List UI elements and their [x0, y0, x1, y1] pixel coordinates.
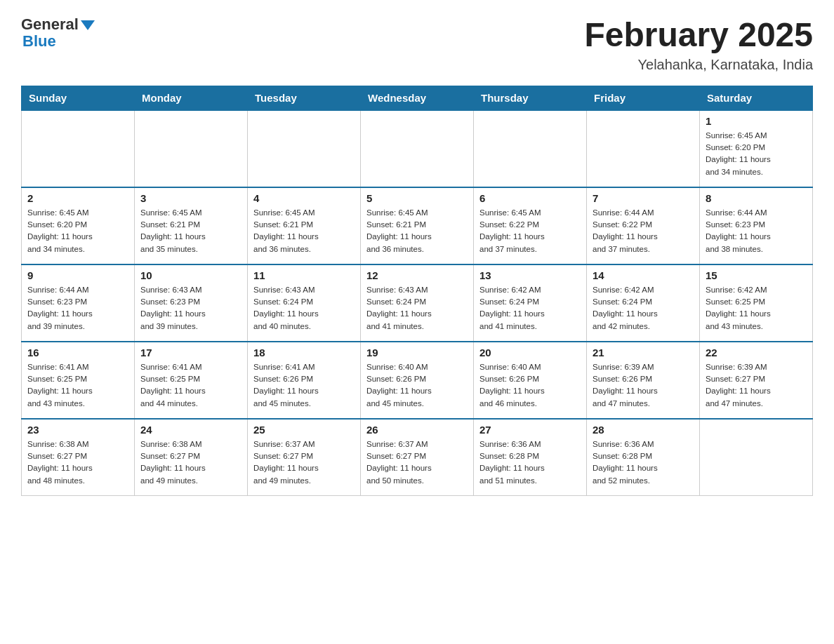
calendar-cell: 23Sunrise: 6:38 AM Sunset: 6:27 PM Dayli…	[22, 419, 135, 496]
calendar-header: SundayMondayTuesdayWednesdayThursdayFrid…	[22, 86, 813, 110]
calendar-cell: 9Sunrise: 6:44 AM Sunset: 6:23 PM Daylig…	[22, 264, 135, 342]
day-info: Sunrise: 6:41 AM Sunset: 6:25 PM Dayligh…	[27, 361, 128, 410]
day-number: 6	[479, 192, 581, 204]
calendar-cell: 2Sunrise: 6:45 AM Sunset: 6:20 PM Daylig…	[22, 187, 135, 264]
calendar-cell: 20Sunrise: 6:40 AM Sunset: 6:26 PM Dayli…	[474, 342, 587, 419]
logo: General Blue	[21, 17, 95, 51]
day-number: 5	[366, 192, 468, 204]
calendar-week-row: 23Sunrise: 6:38 AM Sunset: 6:27 PM Dayli…	[22, 419, 813, 496]
day-number: 17	[140, 347, 241, 358]
day-number: 3	[140, 192, 241, 204]
page-header: General Blue February 2025 Yelahanka, Ka…	[21, 17, 813, 73]
day-info: Sunrise: 6:45 AM Sunset: 6:21 PM Dayligh…	[253, 207, 355, 255]
day-number: 11	[253, 269, 355, 281]
calendar-cell: 16Sunrise: 6:41 AM Sunset: 6:25 PM Dayli…	[22, 342, 135, 419]
day-number: 27	[479, 424, 581, 436]
day-number: 19	[366, 347, 468, 358]
calendar-cell: 7Sunrise: 6:44 AM Sunset: 6:22 PM Daylig…	[587, 187, 700, 264]
day-number: 4	[253, 192, 355, 204]
day-number: 20	[479, 347, 581, 358]
day-info: Sunrise: 6:38 AM Sunset: 6:27 PM Dayligh…	[140, 438, 241, 487]
calendar-cell: 13Sunrise: 6:42 AM Sunset: 6:24 PM Dayli…	[474, 264, 587, 342]
day-number: 28	[593, 424, 694, 436]
calendar-body: 1Sunrise: 6:45 AM Sunset: 6:20 PM Daylig…	[22, 110, 813, 496]
logo-arrow-icon	[81, 20, 95, 30]
day-number: 12	[366, 269, 468, 281]
calendar-cell	[135, 110, 248, 187]
weekday-header-thursday: Thursday	[474, 86, 587, 110]
day-info: Sunrise: 6:45 AM Sunset: 6:21 PM Dayligh…	[366, 207, 468, 255]
day-number: 7	[593, 192, 694, 204]
calendar-cell	[700, 419, 813, 496]
calendar-subtitle: Yelahanka, Karnataka, India	[584, 57, 813, 73]
calendar-cell: 4Sunrise: 6:45 AM Sunset: 6:21 PM Daylig…	[248, 187, 361, 264]
day-number: 8	[706, 192, 807, 204]
calendar-title: February 2025	[584, 17, 813, 54]
calendar-cell: 25Sunrise: 6:37 AM Sunset: 6:27 PM Dayli…	[248, 419, 361, 496]
day-info: Sunrise: 6:37 AM Sunset: 6:27 PM Dayligh…	[366, 438, 468, 487]
calendar-cell: 1Sunrise: 6:45 AM Sunset: 6:20 PM Daylig…	[700, 110, 813, 187]
weekday-header-tuesday: Tuesday	[248, 86, 361, 110]
calendar-week-row: 1Sunrise: 6:45 AM Sunset: 6:20 PM Daylig…	[22, 110, 813, 187]
logo-general: General	[21, 17, 79, 32]
calendar-cell: 18Sunrise: 6:41 AM Sunset: 6:26 PM Dayli…	[248, 342, 361, 419]
calendar-cell	[587, 110, 700, 187]
calendar-cell: 26Sunrise: 6:37 AM Sunset: 6:27 PM Dayli…	[361, 419, 474, 496]
day-number: 21	[593, 347, 694, 358]
day-number: 23	[27, 424, 128, 436]
day-number: 24	[140, 424, 241, 436]
day-number: 22	[706, 347, 807, 358]
day-info: Sunrise: 6:36 AM Sunset: 6:28 PM Dayligh…	[479, 438, 581, 487]
weekday-header-sunday: Sunday	[22, 86, 135, 110]
day-info: Sunrise: 6:38 AM Sunset: 6:27 PM Dayligh…	[27, 438, 128, 487]
calendar-cell: 15Sunrise: 6:42 AM Sunset: 6:25 PM Dayli…	[700, 264, 813, 342]
calendar-cell: 19Sunrise: 6:40 AM Sunset: 6:26 PM Dayli…	[361, 342, 474, 419]
day-info: Sunrise: 6:43 AM Sunset: 6:24 PM Dayligh…	[366, 284, 468, 333]
day-info: Sunrise: 6:40 AM Sunset: 6:26 PM Dayligh…	[479, 361, 581, 410]
calendar-cell: 6Sunrise: 6:45 AM Sunset: 6:22 PM Daylig…	[474, 187, 587, 264]
day-number: 26	[366, 424, 468, 436]
calendar-cell: 24Sunrise: 6:38 AM Sunset: 6:27 PM Dayli…	[135, 419, 248, 496]
calendar-cell: 21Sunrise: 6:39 AM Sunset: 6:26 PM Dayli…	[587, 342, 700, 419]
day-info: Sunrise: 6:41 AM Sunset: 6:26 PM Dayligh…	[253, 361, 355, 410]
calendar-cell: 17Sunrise: 6:41 AM Sunset: 6:25 PM Dayli…	[135, 342, 248, 419]
logo-blue: Blue	[22, 32, 56, 51]
day-info: Sunrise: 6:41 AM Sunset: 6:25 PM Dayligh…	[140, 361, 241, 410]
calendar-cell: 27Sunrise: 6:36 AM Sunset: 6:28 PM Dayli…	[474, 419, 587, 496]
day-number: 1	[706, 115, 807, 127]
calendar-cell	[22, 110, 135, 187]
title-block: February 2025 Yelahanka, Karnataka, Indi…	[584, 17, 813, 73]
day-number: 16	[27, 347, 128, 358]
day-info: Sunrise: 6:42 AM Sunset: 6:24 PM Dayligh…	[593, 284, 694, 333]
calendar-cell: 5Sunrise: 6:45 AM Sunset: 6:21 PM Daylig…	[361, 187, 474, 264]
day-number: 14	[593, 269, 694, 281]
day-number: 13	[479, 269, 581, 281]
day-info: Sunrise: 6:39 AM Sunset: 6:27 PM Dayligh…	[706, 361, 807, 410]
day-number: 15	[706, 269, 807, 281]
calendar-cell	[474, 110, 587, 187]
calendar-cell: 10Sunrise: 6:43 AM Sunset: 6:23 PM Dayli…	[135, 264, 248, 342]
day-info: Sunrise: 6:42 AM Sunset: 6:24 PM Dayligh…	[479, 284, 581, 333]
weekday-header-wednesday: Wednesday	[361, 86, 474, 110]
calendar-cell: 22Sunrise: 6:39 AM Sunset: 6:27 PM Dayli…	[700, 342, 813, 419]
calendar-week-row: 2Sunrise: 6:45 AM Sunset: 6:20 PM Daylig…	[22, 187, 813, 264]
day-number: 2	[27, 192, 128, 204]
calendar-cell: 8Sunrise: 6:44 AM Sunset: 6:23 PM Daylig…	[700, 187, 813, 264]
day-info: Sunrise: 6:40 AM Sunset: 6:26 PM Dayligh…	[366, 361, 468, 410]
weekday-header-row: SundayMondayTuesdayWednesdayThursdayFrid…	[22, 86, 813, 110]
day-number: 10	[140, 269, 241, 281]
day-info: Sunrise: 6:42 AM Sunset: 6:25 PM Dayligh…	[706, 284, 807, 333]
calendar-cell: 3Sunrise: 6:45 AM Sunset: 6:21 PM Daylig…	[135, 187, 248, 264]
calendar-cell: 11Sunrise: 6:43 AM Sunset: 6:24 PM Dayli…	[248, 264, 361, 342]
day-number: 18	[253, 347, 355, 358]
day-info: Sunrise: 6:39 AM Sunset: 6:26 PM Dayligh…	[593, 361, 694, 410]
weekday-header-monday: Monday	[135, 86, 248, 110]
calendar-table: SundayMondayTuesdayWednesdayThursdayFrid…	[21, 86, 813, 497]
weekday-header-saturday: Saturday	[700, 86, 813, 110]
day-info: Sunrise: 6:44 AM Sunset: 6:23 PM Dayligh…	[27, 284, 128, 333]
day-info: Sunrise: 6:45 AM Sunset: 6:21 PM Dayligh…	[140, 207, 241, 255]
day-number: 25	[253, 424, 355, 436]
day-info: Sunrise: 6:45 AM Sunset: 6:20 PM Dayligh…	[706, 130, 807, 178]
day-info: Sunrise: 6:43 AM Sunset: 6:23 PM Dayligh…	[140, 284, 241, 333]
weekday-header-friday: Friday	[587, 86, 700, 110]
